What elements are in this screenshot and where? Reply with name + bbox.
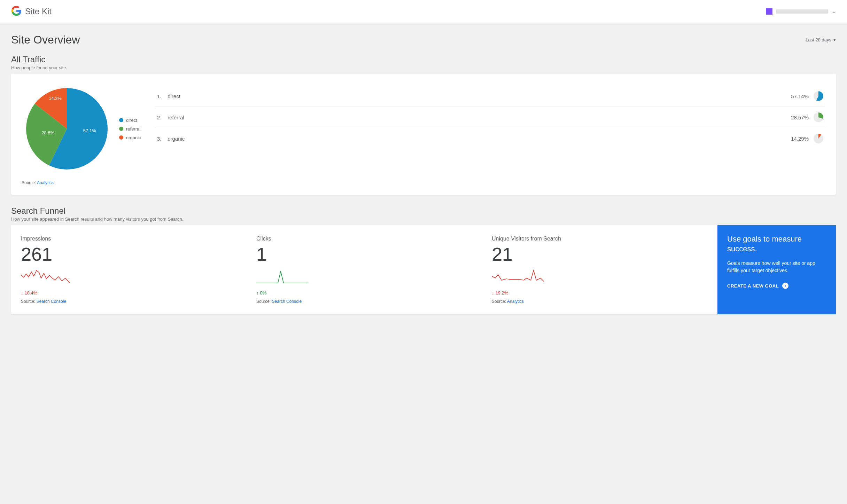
metric-impressions: Impressions 261 ↓ 18.4% Source: Search C… <box>11 232 247 307</box>
metric-delta: ↓ 18.4% <box>21 290 237 296</box>
traffic-pie-wrap: 57.1% 28.6% 14.3% direct referral <box>22 84 141 174</box>
row-index: 1. <box>157 93 162 99</box>
source-label: Source: <box>492 299 507 304</box>
goals-title: Use goals to measure success. <box>727 234 826 253</box>
google-g-icon <box>11 6 22 17</box>
source-link[interactable]: Search Console <box>37 299 66 304</box>
pie-label-direct: 57.1% <box>83 128 96 133</box>
sparkline-impressions <box>21 268 73 284</box>
row-label: organic <box>168 136 185 142</box>
traffic-legend: direct referral organic <box>119 118 141 140</box>
swatch-green <box>119 127 123 131</box>
chevron-down-icon: ⌄ <box>832 9 836 14</box>
arrow-up-icon: ↑ <box>256 290 259 296</box>
row-label: referral <box>168 115 184 120</box>
page-body: Site Overview Last 28 days ▾ All Traffic… <box>0 23 847 339</box>
source-link[interactable]: Search Console <box>272 299 302 304</box>
row-pct: 28.57% <box>791 115 809 120</box>
metric-source: Source: Search Console <box>256 299 472 304</box>
mini-pie-icon <box>814 134 823 143</box>
source-label: Source: <box>21 299 37 304</box>
metric-clicks: Clicks 1 ↑ 0% Source: Search Console <box>247 232 482 307</box>
metric-value: 261 <box>21 245 237 263</box>
metric-value: 1 <box>256 245 472 263</box>
legend-organic: organic <box>119 135 141 140</box>
traffic-pie-chart: 57.1% 28.6% 14.3% <box>22 84 112 174</box>
search-funnel-subtitle: How your site appeared in Search results… <box>11 216 836 222</box>
page-header: Site Overview Last 28 days ▾ <box>11 33 836 46</box>
metric-delta: ↓ 19.2% <box>492 290 708 296</box>
sparkline-clicks <box>256 268 309 284</box>
metric-value: 21 <box>492 245 708 263</box>
metric-title: Clicks <box>256 236 472 242</box>
row-index: 3. <box>157 136 162 142</box>
sparkline-unique-visitors <box>492 268 544 284</box>
goals-panel: Use goals to measure success. Goals meas… <box>717 225 836 314</box>
traffic-rows: 1. direct 57.14% 2. referral <box>155 84 825 174</box>
all-traffic-header: All Traffic How people found your site. <box>11 55 836 70</box>
brand-text: Site Kit <box>25 7 52 16</box>
brand-site: Site <box>25 7 39 16</box>
delta-value: 19.2% <box>496 290 508 296</box>
metric-delta: ↑ 0% <box>256 290 472 296</box>
date-range-select[interactable]: Last 28 days ▾ <box>806 37 836 42</box>
arrow-right-circle-icon: › <box>782 283 788 289</box>
metric-source: Source: Search Console <box>21 299 237 304</box>
all-traffic-title: All Traffic <box>11 55 836 64</box>
dropdown-caret-icon: ▾ <box>833 37 836 42</box>
brand: Site Kit <box>11 6 52 17</box>
search-funnel-title: Search Funnel <box>11 206 836 216</box>
legend-label: organic <box>126 135 141 140</box>
traffic-row-direct[interactable]: 1. direct 57.14% <box>155 86 825 107</box>
mini-pie-icon <box>814 112 823 122</box>
legend-direct: direct <box>119 118 141 123</box>
arrow-down-icon: ↓ <box>492 290 494 296</box>
topbar: Site Kit ⌄ <box>0 0 847 23</box>
search-funnel-header: Search Funnel How your site appeared in … <box>11 206 836 222</box>
swatch-blue <box>119 118 123 122</box>
arrow-down-icon: ↓ <box>21 290 23 296</box>
metric-source: Source: Analytics <box>492 299 708 304</box>
row-pct: 14.29% <box>791 136 809 142</box>
legend-label: referral <box>126 126 140 132</box>
delta-value: 18.4% <box>25 290 38 296</box>
date-range-label: Last 28 days <box>806 37 831 42</box>
source-label: Source: <box>256 299 272 304</box>
source-link[interactable]: Analytics <box>37 180 54 185</box>
all-traffic-card: 57.1% 28.6% 14.3% direct referral <box>11 74 836 195</box>
create-goal-button[interactable]: CREATE A NEW GOAL › <box>727 283 826 289</box>
row-label: direct <box>168 93 180 99</box>
all-traffic-subtitle: How people found your site. <box>11 65 836 70</box>
pie-label-organic: 14.3% <box>49 96 62 101</box>
user-avatar <box>766 8 772 15</box>
user-menu[interactable]: ⌄ <box>766 8 836 15</box>
search-funnel-card: Impressions 261 ↓ 18.4% Source: Search C… <box>11 225 836 314</box>
goals-cta-label: CREATE A NEW GOAL <box>727 283 779 289</box>
goals-body: Goals measure how well your site or app … <box>727 260 826 274</box>
page-title: Site Overview <box>11 33 80 46</box>
source-label: Source: <box>22 180 37 185</box>
user-name-redacted <box>776 9 828 14</box>
brand-kit: Kit <box>42 7 52 16</box>
delta-value: 0% <box>260 290 267 296</box>
traffic-source: Source: Analytics <box>22 180 825 185</box>
mini-pie-icon <box>814 91 823 101</box>
row-index: 2. <box>157 115 162 120</box>
metric-title: Impressions <box>21 236 237 242</box>
traffic-row-referral[interactable]: 2. referral 28.57% <box>155 107 825 128</box>
row-pct: 57.14% <box>791 93 809 99</box>
legend-referral: referral <box>119 126 141 132</box>
metric-unique-visitors: Unique Visitors from Search 21 ↓ 19.2% S… <box>482 232 717 307</box>
swatch-orange <box>119 135 123 140</box>
source-link[interactable]: Analytics <box>507 299 524 304</box>
metric-title: Unique Visitors from Search <box>492 236 708 242</box>
legend-label: direct <box>126 118 137 123</box>
pie-label-referral: 28.6% <box>41 130 54 135</box>
traffic-row-organic[interactable]: 3. organic 14.29% <box>155 128 825 149</box>
